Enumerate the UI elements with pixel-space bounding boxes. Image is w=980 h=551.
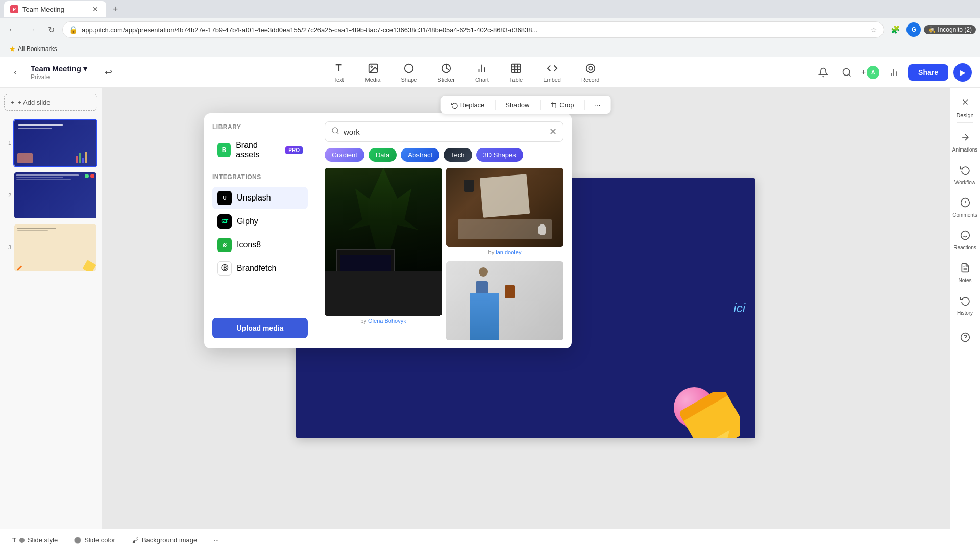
icons8-icon: i8	[217, 238, 232, 252]
browser-navbar: ← → ↻ 🔒 app.pitch.com/app/presentation/4…	[0, 18, 980, 41]
add-slide-label: + Add slide	[18, 98, 51, 106]
slides-sidebar: + + Add slide 1	[0, 88, 102, 529]
main-content: + + Add slide 1	[0, 88, 980, 529]
profile-button[interactable]: G	[905, 21, 922, 38]
search-input[interactable]	[344, 128, 545, 136]
slide-1-thumbnail[interactable]	[13, 119, 97, 167]
new-tab-button[interactable]: +	[108, 2, 122, 16]
image-2-credit-link[interactable]: ian dooley	[496, 249, 521, 255]
brandfetch-label: Brandfetch	[237, 264, 276, 273]
icons8-item[interactable]: i8 Icons8	[212, 234, 308, 256]
right-sidebar: Design Animations Workflow Comments	[949, 88, 980, 529]
chip-abstract[interactable]: Abstract	[401, 148, 439, 162]
star-icon[interactable]: ☆	[871, 26, 877, 34]
background-image-button[interactable]: 🖌 Background image	[128, 534, 201, 546]
nav-forward-button[interactable]: →	[23, 21, 40, 38]
animations-button[interactable]: Animations	[952, 127, 978, 158]
chip-data[interactable]: Data	[369, 148, 397, 162]
brand-assets-item[interactable]: B Brand assets PRO	[212, 137, 308, 163]
replace-label: Replace	[460, 101, 485, 109]
comments-button[interactable]: Comments	[952, 192, 978, 223]
search-clear-icon[interactable]: ✕	[549, 126, 557, 137]
brand-assets-icon: B	[217, 143, 231, 157]
tab-favicon: P	[10, 5, 18, 13]
shadow-button[interactable]: Shadow	[501, 99, 533, 111]
upload-media-button[interactable]: Upload media	[212, 318, 308, 338]
tab-close-icon[interactable]: ✕	[91, 5, 100, 14]
app: ‹ Team Meeting ▾ Private ↩ T Text Media	[0, 57, 980, 551]
toolbar-center: T Text Media Shape Sticker	[126, 60, 806, 85]
image-1-container[interactable]: by Olena Bohovyk	[325, 168, 442, 340]
slide-3-thumbnail[interactable]	[13, 223, 97, 272]
title-dropdown-icon[interactable]: ▾	[83, 64, 87, 73]
help-button[interactable]	[952, 323, 978, 354]
analytics-button[interactable]	[885, 63, 903, 82]
modal-left-panel: Library B Brand assets PRO Integrations …	[204, 113, 316, 348]
chip-tech[interactable]: Tech	[444, 148, 472, 162]
pro-badge: PRO	[285, 146, 303, 154]
present-button[interactable]: ▶	[953, 63, 972, 82]
brandfetch-item[interactable]: Ⓑ Brandfetch	[212, 257, 308, 280]
svg-point-13	[589, 66, 592, 70]
notes-label: Notes	[958, 278, 971, 283]
toolbar-right: + A Share ▶	[814, 63, 972, 82]
address-bar[interactable]: 🔒 app.pitch.com/app/presentation/4b74b27…	[62, 21, 884, 38]
slide-2-thumbnail[interactable]	[13, 171, 97, 220]
svg-point-1	[371, 66, 372, 67]
unsplash-item[interactable]: U Unsplash	[212, 187, 308, 209]
reactions-button[interactable]: Reactions	[952, 225, 978, 256]
notes-button[interactable]: Notes	[952, 258, 978, 288]
workflow-icon	[960, 165, 970, 178]
nav-refresh-button[interactable]: ↻	[43, 21, 59, 38]
crop-button[interactable]: Crop	[546, 99, 578, 111]
more-options-button[interactable]: ···	[591, 99, 605, 111]
extensions-button[interactable]: 🧩	[887, 21, 903, 38]
slide-style-button[interactable]: T Slide style	[8, 534, 62, 546]
add-user-button[interactable]: + A	[861, 63, 879, 82]
modal-right-panel: ✕ Gradient Data Abstract Tech 3D Shapes	[316, 113, 572, 348]
history-button[interactable]: History	[952, 290, 978, 321]
comments-label: Comments	[952, 212, 977, 218]
app-header: ‹ Team Meeting ▾ Private ↩ T Text Media	[0, 57, 980, 88]
slide-color-button[interactable]: Slide color	[70, 534, 119, 546]
toolbar-table[interactable]: Table	[505, 60, 527, 85]
toolbar-embed[interactable]: Embed	[539, 60, 565, 85]
chip-3d-shapes[interactable]: 3D Shapes	[476, 148, 523, 162]
embed-icon	[546, 62, 558, 74]
toolbar-shape[interactable]: Shape	[397, 60, 421, 85]
design-close-button[interactable]	[957, 94, 973, 110]
back-button[interactable]: ‹	[8, 65, 22, 80]
svg-point-14	[843, 68, 850, 75]
toolbar-chart[interactable]: Chart	[471, 60, 493, 85]
search-button[interactable]	[838, 63, 856, 82]
chart-icon	[476, 62, 488, 74]
record-label: Record	[581, 77, 599, 83]
workflow-label: Workflow	[954, 180, 975, 185]
notifications-button[interactable]	[814, 63, 832, 82]
url-text: app.pitch.com/app/presentation/4b74b27e-…	[82, 26, 867, 34]
browser-titlebar: P Team Meeting ✕ +	[0, 0, 980, 18]
giphy-item[interactable]: GIF Giphy	[212, 210, 308, 233]
replace-button[interactable]: Replace	[447, 99, 489, 111]
image-1-credit-link[interactable]: Olena Bohovyk	[368, 318, 406, 324]
search-bar: ✕	[325, 121, 564, 142]
svg-point-12	[586, 64, 595, 72]
toolbar-media[interactable]: Media	[361, 60, 385, 85]
image-2-container[interactable]: by ian dooley	[446, 168, 564, 257]
image-3-container[interactable]	[446, 261, 564, 340]
bookmark-all-bookmarks[interactable]: ★ All Bookmarks	[6, 44, 60, 54]
toolbar-record[interactable]: Record	[577, 60, 603, 85]
chip-gradient[interactable]: Gradient	[325, 148, 364, 162]
browser-tab: P Team Meeting ✕	[4, 1, 106, 17]
toolbar-sticker[interactable]: Sticker	[433, 60, 459, 85]
undo-button[interactable]: ↩	[100, 63, 118, 82]
text-icon: T	[333, 62, 345, 74]
nav-back-button[interactable]: ←	[4, 21, 20, 38]
slide-3-number: 3	[4, 244, 11, 251]
toolbar-text[interactable]: T Text	[329, 60, 349, 85]
more-bottom-button[interactable]: ···	[209, 534, 223, 546]
add-slide-button[interactable]: + + Add slide	[4, 94, 97, 111]
share-button[interactable]: Share	[908, 64, 948, 81]
workflow-button[interactable]: Workflow	[952, 160, 978, 190]
image-2	[446, 168, 564, 247]
